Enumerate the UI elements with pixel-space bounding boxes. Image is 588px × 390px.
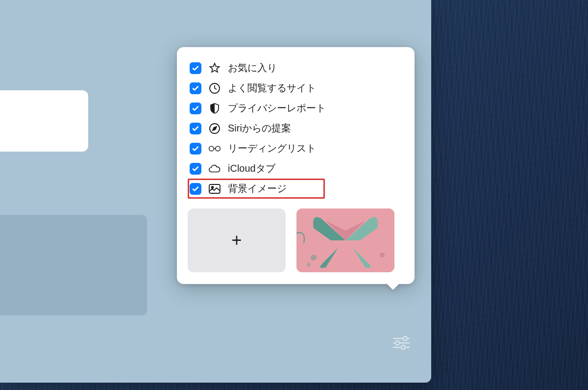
checkbox-reading-list[interactable]	[190, 143, 201, 155]
svg-point-3	[395, 341, 399, 345]
option-label: リーディングリスト	[228, 142, 316, 155]
svg-point-13	[311, 255, 317, 260]
svg-point-8	[209, 146, 214, 151]
customize-popover: お気に入り よく閲覧するサイト プライバシーレポート Siriからの提案	[177, 47, 415, 284]
checkbox-frequently-visited[interactable]	[190, 82, 201, 94]
glasses-icon	[208, 142, 221, 155]
option-label: Siriからの提案	[228, 122, 291, 135]
svg-point-15	[380, 253, 385, 258]
option-label: iCloudタブ	[228, 162, 275, 175]
star-icon	[208, 62, 221, 75]
option-label: プライバシーレポート	[228, 102, 326, 115]
check-icon	[192, 165, 199, 173]
svg-point-5	[401, 345, 405, 349]
shield-icon	[208, 102, 221, 115]
option-favorites[interactable]: お気に入り	[188, 58, 404, 78]
check-icon	[192, 104, 199, 112]
check-icon	[192, 185, 199, 193]
svg-point-11	[212, 186, 214, 188]
svg-point-1	[403, 337, 407, 340]
background-thumbnails: +	[188, 208, 404, 272]
check-icon	[192, 145, 199, 153]
customize-start-page-button[interactable]	[390, 333, 413, 352]
checkbox-icloud-tabs[interactable]	[190, 163, 201, 175]
content-card[interactable]	[0, 215, 147, 315]
checkbox-favorites[interactable]	[190, 62, 201, 74]
check-icon	[192, 84, 199, 92]
favorite-card[interactable]	[0, 90, 88, 152]
plus-icon: +	[231, 230, 242, 251]
compass-icon	[208, 122, 221, 135]
option-background-image[interactable]: 背景イメージ	[188, 179, 325, 199]
svg-point-14	[307, 263, 311, 267]
image-icon	[208, 182, 221, 195]
option-reading-list[interactable]: リーディングリスト	[188, 138, 404, 158]
checkbox-background-image[interactable]	[190, 183, 201, 195]
svg-point-9	[216, 146, 220, 151]
check-icon	[192, 64, 199, 72]
option-label: 背景イメージ	[228, 182, 287, 195]
option-siri-suggestions[interactable]: Siriからの提案	[188, 118, 404, 138]
cloud-icon	[208, 162, 221, 175]
option-label: よく閲覧するサイト	[228, 81, 316, 95]
butterfly-art	[296, 208, 394, 272]
sliders-icon	[392, 335, 411, 350]
checkbox-privacy-report[interactable]	[190, 103, 201, 114]
background-thumbnail-butterfly[interactable]	[296, 208, 394, 272]
clock-icon	[208, 82, 221, 95]
add-background-button[interactable]: +	[188, 208, 286, 272]
option-frequently-visited[interactable]: よく閲覧するサイト	[188, 78, 404, 98]
checkbox-siri-suggestions[interactable]	[190, 123, 201, 134]
option-label: お気に入り	[228, 61, 277, 75]
check-icon	[192, 125, 199, 132]
option-privacy-report[interactable]: プライバシーレポート	[188, 98, 404, 118]
option-icloud-tabs[interactable]: iCloudタブ	[188, 158, 404, 179]
